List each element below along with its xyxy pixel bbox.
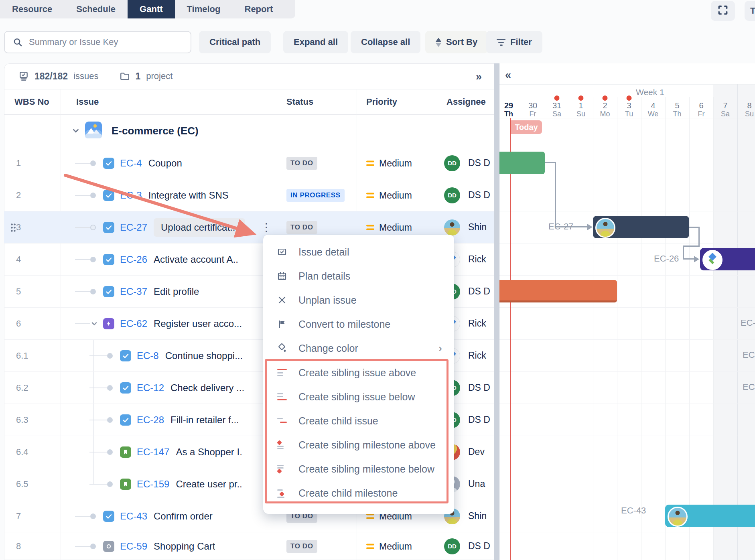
calendar-icon: [277, 271, 287, 281]
issue-key-link[interactable]: EC-43: [120, 511, 147, 522]
project-title: E-commerce (EC): [112, 125, 199, 137]
issue-summary[interactable]: Upload certificat...: [154, 218, 245, 237]
gantt-bar-ec26[interactable]: [700, 248, 755, 270]
gantt-bar-ec37[interactable]: [499, 280, 617, 302]
fullscreen-button[interactable]: [711, 1, 735, 21]
issue-key-link[interactable]: EC-4: [120, 158, 142, 169]
panel-splitter[interactable]: [494, 63, 499, 560]
menu-item-convert-to-milestone[interactable]: Convert to milestone: [263, 312, 454, 336]
project-count: 1: [136, 71, 141, 82]
issues-count: 182/182: [35, 71, 68, 82]
status-badge: TO DO: [286, 221, 317, 234]
gantt-bar-ec43[interactable]: [665, 505, 755, 527]
timeline-row-lines: [499, 115, 755, 560]
task-type-icon: [120, 350, 131, 361]
menu-item-change-color[interactable]: Change color ›: [263, 336, 454, 360]
wbs-number: 6.3: [16, 404, 28, 436]
today-badge: Today: [511, 120, 542, 134]
issue-key-link[interactable]: EC-8: [137, 350, 159, 361]
column-header-assignee[interactable]: Assignee: [447, 89, 494, 114]
wbs-number: 8: [16, 532, 21, 560]
status-badge: IN PROGRESS: [286, 189, 345, 202]
issue-summary: Confirm order: [154, 511, 213, 522]
issue-summary: Check delivery ...: [170, 382, 244, 394]
issues-count-icon: [18, 71, 29, 81]
issue-key-link[interactable]: EC-28: [137, 414, 164, 426]
issue-summary: Register user acco...: [154, 318, 242, 329]
dependency-line: [545, 162, 556, 163]
expand-table-icon[interactable]: »: [476, 71, 481, 83]
issue-key-link[interactable]: EC-37: [120, 286, 147, 297]
tree-connector: [75, 291, 90, 292]
column-header-status[interactable]: Status: [286, 89, 355, 114]
collapse-all-button[interactable]: Collapse all: [351, 31, 420, 53]
tab-schedule[interactable]: Schedule: [64, 0, 128, 18]
filter-icon: [497, 39, 505, 46]
menu-item-issue-detail[interactable]: Issue detail: [263, 240, 454, 264]
issue-key-link[interactable]: EC-59: [120, 541, 147, 552]
tree-dot: [90, 225, 96, 230]
expand-all-button[interactable]: Expand all: [283, 31, 348, 53]
filter-button[interactable]: Filter: [486, 31, 542, 53]
drag-handle-icon[interactable]: [10, 223, 16, 232]
bar-label: EC-27: [548, 221, 573, 232]
menu-item-unplan-issue[interactable]: Unplan issue: [263, 288, 454, 312]
menu-item-create-sibling-milestone-above[interactable]: Create sibling milestone above: [263, 433, 454, 457]
tab-report[interactable]: Report: [233, 0, 285, 18]
gantt-app: Resource Schedule Gantt Timelog Report T…: [0, 0, 755, 560]
menu-item-create-child-milestone[interactable]: Create child milestone: [263, 481, 454, 505]
column-header-wbs[interactable]: WBS No: [14, 89, 63, 114]
table-row[interactable]: 1 EC-4 Coupon TO DO Medium DDDS D: [4, 147, 494, 179]
collapse-timeline-icon[interactable]: «: [505, 69, 510, 81]
paint-icon: [277, 343, 287, 353]
day-header: 2Mo: [593, 97, 617, 118]
tab-gantt[interactable]: Gantt: [128, 0, 175, 18]
fullscreen-icon: [718, 5, 728, 17]
assignee-cell: DDDS D: [444, 187, 495, 203]
column-header-issue[interactable]: Issue: [76, 89, 237, 114]
table-row[interactable]: 8 EC-59 Shopping Cart TO DO Medium DDDS …: [4, 532, 494, 560]
row-menu-button[interactable]: ⋮: [261, 223, 272, 231]
project-row[interactable]: E-commerce (EC): [4, 115, 494, 147]
priority-cell: Medium: [366, 190, 412, 201]
issue-key-link[interactable]: EC-159: [137, 479, 169, 490]
holiday-dot: [627, 95, 632, 101]
issue-key-link[interactable]: EC-62: [120, 318, 147, 329]
issue-key-link[interactable]: EC-26: [120, 254, 147, 265]
task-type-icon: [103, 190, 114, 201]
sibling-milestone-below-icon: [277, 464, 287, 474]
holiday-dot: [578, 95, 584, 101]
menu-item-plan-details[interactable]: Plan details: [263, 264, 454, 288]
priority-medium-icon: [366, 225, 374, 230]
issue-key-link[interactable]: EC-3: [120, 190, 142, 201]
column-header-priority[interactable]: Priority: [366, 89, 434, 114]
status-badge: TO DO: [286, 540, 317, 553]
tab-timelog[interactable]: Timelog: [175, 0, 233, 18]
collapse-project-icon[interactable]: [71, 126, 80, 135]
sort-by-button[interactable]: Sort By: [425, 31, 488, 53]
issue-key-link[interactable]: EC-12: [137, 382, 164, 394]
gantt-bar-ec27[interactable]: [593, 216, 689, 238]
context-menu: Issue detail Plan details Unplan issue C…: [263, 235, 454, 514]
menu-item-create-child-issue[interactable]: Create child issue: [263, 409, 454, 433]
collapse-row-icon[interactable]: [90, 320, 98, 328]
table-row[interactable]: 2 EC-3 Integrate with SNS IN PROGRESS Me…: [4, 179, 494, 211]
gantt-bar-ec4[interactable]: [499, 152, 545, 174]
menu-item-create-sibling-issue-below[interactable]: Create sibling issue below: [263, 385, 454, 409]
tree-connector: [89, 452, 107, 452]
wbs-number: 6.2: [16, 372, 28, 404]
tree-connector: [75, 546, 90, 547]
issue-key-link[interactable]: EC-147: [137, 446, 169, 458]
menu-item-create-sibling-issue-above[interactable]: Create sibling issue above: [263, 361, 454, 385]
issue-key-link[interactable]: EC-27: [120, 222, 147, 233]
clipped-toolbar-button[interactable]: T: [745, 1, 755, 21]
critical-path-button[interactable]: Critical path: [199, 31, 271, 53]
tree-dot: [90, 289, 96, 294]
tab-resource[interactable]: Resource: [0, 0, 64, 18]
holiday-dot: [603, 95, 608, 101]
day-header: 1Su: [569, 97, 593, 118]
menu-item-create-sibling-milestone-below[interactable]: Create sibling milestone below: [263, 457, 454, 481]
search-input[interactable]: [28, 37, 191, 48]
bar-label: EC-26: [654, 254, 679, 264]
table-header: WBS No Issue Status Priority Assignee: [4, 89, 494, 115]
